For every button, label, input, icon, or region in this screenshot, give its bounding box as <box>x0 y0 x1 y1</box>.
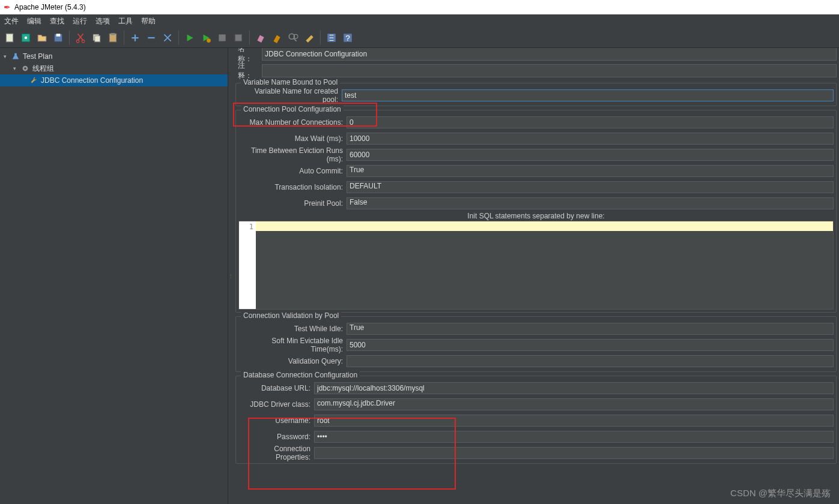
soft-min-evict-label: Soft Min Evictable Idle Time(ms): <box>238 337 347 353</box>
help-button[interactable]: ? <box>341 31 355 45</box>
section-legend: Connection Validation by Pool <box>241 311 341 320</box>
reset-search-button[interactable] <box>302 31 317 45</box>
search-button[interactable] <box>286 31 300 45</box>
svg-rect-13 <box>235 34 241 41</box>
flask-icon <box>11 52 20 61</box>
comments-input[interactable] <box>262 64 837 77</box>
test-while-idle-label: Test While Idle: <box>238 325 347 333</box>
transaction-iso-combo[interactable]: DEFAULT <box>347 181 834 193</box>
preinit-pool-combo[interactable]: False <box>347 197 834 209</box>
var-name-input[interactable] <box>342 89 834 101</box>
toolbar: ? <box>0 28 839 48</box>
function-helper-button[interactable] <box>324 31 339 45</box>
auto-commit-combo[interactable]: True <box>347 165 834 177</box>
gear-icon <box>20 64 30 73</box>
svg-point-2 <box>25 36 28 39</box>
password-label: Password: <box>238 433 314 441</box>
tree-test-plan[interactable]: ▾ Test Plan <box>0 50 228 62</box>
menu-tools[interactable]: 工具 <box>114 16 137 26</box>
transaction-iso-label: Transaction Isolation: <box>238 183 347 191</box>
section-legend: Variable Name Bound to Pool <box>241 78 340 86</box>
content-panel: JDBC Connection Configuration 名称： 注释： Va… <box>233 48 839 504</box>
connection-pool-section: Connection Pool Configuration Max Number… <box>235 110 837 313</box>
svg-rect-0 <box>6 34 13 42</box>
clear-all-button[interactable] <box>270 31 284 45</box>
jdbc-driver-combo[interactable]: com.mysql.cj.jdbc.Driver <box>314 398 834 410</box>
start-no-pause-button[interactable] <box>199 31 213 45</box>
tree-label: 线程组 <box>32 64 54 74</box>
menu-options[interactable]: 选项 <box>91 16 114 26</box>
menu-edit[interactable]: 编辑 <box>23 16 46 26</box>
variable-name-section: Variable Name Bound to Pool Variable Nam… <box>235 83 837 106</box>
stop-button[interactable] <box>215 31 229 45</box>
expand-button[interactable] <box>128 31 142 45</box>
copy-button[interactable] <box>89 31 104 45</box>
database-url-label: Database URL: <box>238 384 314 392</box>
menu-file[interactable]: 文件 <box>0 16 23 26</box>
menu-help[interactable]: 帮助 <box>137 16 160 26</box>
conn-props-input[interactable] <box>314 447 834 459</box>
connection-validation-section: Connection Validation by Pool Test While… <box>235 316 837 372</box>
username-input[interactable] <box>314 415 834 427</box>
evict-runs-input[interactable] <box>347 149 834 161</box>
wrench-icon <box>29 76 38 85</box>
svg-rect-10 <box>111 33 115 35</box>
soft-min-evict-input[interactable] <box>347 339 834 351</box>
tree-thread-group[interactable]: ▾ 线程组 <box>0 62 228 74</box>
menu-bar: 文件 编辑 查找 运行 选项 工具 帮助 <box>0 14 839 28</box>
menu-search[interactable]: 查找 <box>46 16 68 26</box>
new-button[interactable] <box>2 31 17 45</box>
validation-query-label: Validation Query: <box>238 357 347 365</box>
svg-text:?: ? <box>345 33 350 42</box>
paste-button[interactable] <box>106 31 120 45</box>
evict-runs-label: Time Between Eviction Runs (ms): <box>238 146 347 163</box>
editor-textarea[interactable] <box>256 221 833 309</box>
preinit-pool-label: Preinit Pool: <box>238 199 347 208</box>
save-button[interactable] <box>51 31 65 45</box>
name-input[interactable] <box>262 48 837 61</box>
editor-gutter: 1 <box>239 221 256 309</box>
clear-button[interactable] <box>253 31 268 45</box>
tree-label: Test Plan <box>23 52 52 61</box>
window-title: Apache JMeter (5.4.3) <box>14 3 86 11</box>
watermark: CSDN @繁华尽头满是殇 <box>730 488 831 499</box>
jdbc-driver-label: JDBC Driver class: <box>238 400 314 409</box>
test-while-idle-combo[interactable]: True <box>347 323 834 335</box>
var-name-label: Variable Name for created pool: <box>238 87 342 104</box>
init-sql-editor[interactable]: 1 <box>238 221 834 310</box>
tree-label: JDBC Connection Configuration <box>41 76 143 85</box>
svg-rect-12 <box>219 34 225 41</box>
password-input[interactable] <box>314 431 834 443</box>
section-legend: Connection Pool Configuration <box>241 105 344 113</box>
database-connection-section: Database Connection Configuration Databa… <box>235 376 837 464</box>
init-sql-label: Init SQL statements separated by new lin… <box>238 211 834 221</box>
collapse-button[interactable] <box>144 31 159 45</box>
menu-run[interactable]: 运行 <box>68 16 91 26</box>
max-conn-input[interactable] <box>347 116 834 128</box>
title-bar: ✒ Apache JMeter (5.4.3) <box>0 0 839 14</box>
conn-props-label: Connection Properties: <box>238 445 314 461</box>
splitter[interactable]: ⋮ <box>228 48 233 504</box>
cut-button[interactable] <box>73 31 88 45</box>
max-wait-label: Max Wait (ms): <box>238 134 347 143</box>
max-conn-label: Max Number of Connections: <box>238 118 347 127</box>
section-legend: Database Connection Configuration <box>241 371 360 379</box>
app-icon: ✒ <box>4 2 11 12</box>
tree-panel: ▾ Test Plan ▾ 线程组 JDBC Connection Config… <box>0 48 228 504</box>
validation-query-combo[interactable] <box>347 355 834 367</box>
auto-commit-label: Auto Commit: <box>238 167 347 175</box>
svg-point-20 <box>24 67 26 70</box>
svg-rect-8 <box>95 35 100 41</box>
tree-jdbc-config[interactable]: JDBC Connection Configuration <box>0 74 228 86</box>
username-label: Username: <box>238 416 314 425</box>
shutdown-button[interactable] <box>231 31 246 45</box>
max-wait-input[interactable] <box>347 133 834 145</box>
database-url-input[interactable] <box>314 382 834 394</box>
start-button[interactable] <box>183 31 197 45</box>
templates-button[interactable] <box>19 31 33 45</box>
svg-rect-4 <box>56 34 61 37</box>
open-button[interactable] <box>35 31 49 45</box>
toggle-button[interactable] <box>160 31 175 45</box>
svg-point-11 <box>207 38 211 43</box>
